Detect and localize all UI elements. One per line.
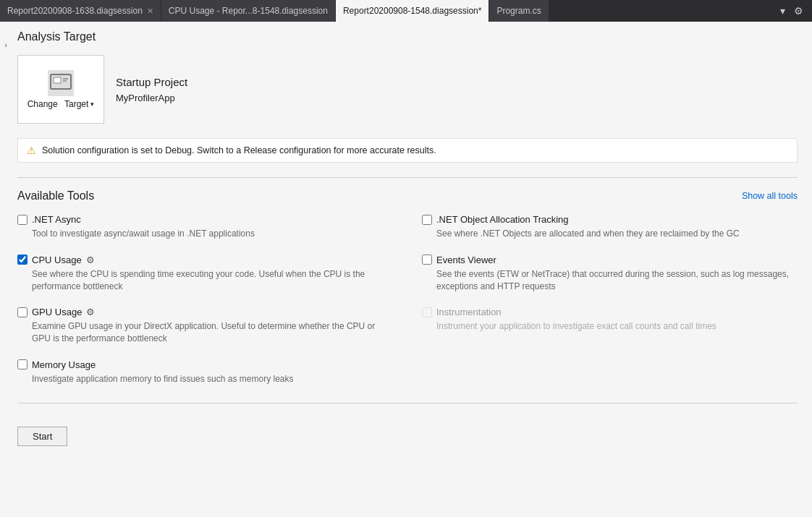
tool-header-cpu-usage: CPU Usage ⚙ [17, 255, 393, 265]
tab-program-cs[interactable]: Program.cs [489, 0, 549, 22]
tab-dropdown-button[interactable]: ▾ [777, 4, 788, 18]
tool-checkbox-cpu-usage[interactable] [17, 255, 28, 265]
bottom-divider [17, 403, 798, 403]
tab-label: CPU Usage - Repor...8-1548.diagsession [169, 6, 328, 16]
tool-checkbox-instrumentation[interactable] [422, 307, 432, 317]
content-area: Analysis Target Change Target ▾ St [0, 22, 812, 461]
tool-item-dotnet-async: .NET Async Tool to investigate async/awa… [17, 214, 393, 240]
tool-desc-cpu-usage: See where the CPU is spending time execu… [32, 268, 393, 293]
tool-header-dotnet-object: .NET Object Allocation Tracking [422, 214, 798, 225]
target-box: Change Target ▾ Startup Project MyProfil… [17, 55, 798, 124]
tool-desc-dotnet-async: Tool to investigate async/await usage in… [32, 228, 393, 240]
analysis-target-title: Analysis Target [17, 30, 798, 43]
tool-name-events-viewer: Events Viewer [436, 255, 496, 265]
tools-header: Available Tools Show all tools [17, 189, 798, 202]
tool-name-memory-usage: Memory Usage [32, 359, 96, 370]
svg-rect-1 [54, 77, 61, 83]
tool-desc-dotnet-object: See where .NET Objects are allocated and… [436, 228, 798, 240]
tool-item-instrumentation: Instrumentation Instrument your applicat… [422, 307, 798, 345]
tool-header-instrumentation: Instrumentation [422, 307, 798, 317]
tool-checkbox-gpu-usage[interactable] [17, 307, 28, 317]
gear-icon-gpu-usage[interactable]: ⚙ [86, 307, 95, 317]
change-target-label: Change Target ▾ [28, 99, 95, 109]
tool-desc-memory-usage: Investigate application memory to find i… [32, 373, 393, 385]
tab-diagsession-1638[interactable]: Report20200908-1638.diagsession ✕ [0, 0, 161, 22]
tool-item-memory-usage: Memory Usage Investigate application mem… [17, 359, 393, 385]
available-tools-title: Available Tools [17, 189, 94, 202]
settings-button[interactable]: ⚙ [791, 4, 806, 18]
tool-name-dotnet-object: .NET Object Allocation Tracking [436, 214, 569, 225]
change-target-icon [48, 70, 74, 96]
tool-checkbox-memory-usage[interactable] [17, 359, 28, 369]
tool-header-events-viewer: Events Viewer [422, 255, 798, 265]
gear-icon-cpu-usage[interactable]: ⚙ [86, 255, 95, 265]
tab-bar: Report20200908-1638.diagsession ✕ CPU Us… [0, 0, 812, 22]
app-name: MyProfilerApp [116, 93, 187, 103]
tool-item-cpu-usage: CPU Usage ⚙ See where the CPU is spendin… [17, 255, 393, 293]
tool-header-dotnet-async: .NET Async [17, 214, 393, 225]
tool-header-gpu-usage: GPU Usage ⚙ [17, 307, 393, 317]
warning-text: Solution configuration is set to Debug. … [42, 145, 436, 155]
tab-label: Program.cs [496, 6, 541, 16]
section-divider [17, 177, 798, 178]
tool-name-instrumentation: Instrumentation [436, 307, 502, 317]
startup-label: Startup Project [116, 76, 187, 88]
tab-label: Report20200908-1548.diagsession* [343, 6, 481, 16]
change-target-button[interactable]: Change Target ▾ [17, 55, 104, 124]
tool-desc-events-viewer: See the events (ETW or NetTrace) that oc… [436, 268, 798, 293]
tab-diagsession-1548[interactable]: Report20200908-1548.diagsession* [336, 0, 489, 22]
tool-checkbox-events-viewer[interactable] [422, 255, 432, 265]
tool-name-dotnet-async: .NET Async [32, 214, 81, 225]
main-content: › Analysis Target Change Target ▾ [0, 22, 812, 517]
show-all-tools-link[interactable]: Show all tools [742, 191, 798, 201]
tool-header-memory-usage: Memory Usage [17, 359, 393, 370]
bottom-section: Start [17, 403, 798, 446]
tool-column-empty [422, 359, 798, 385]
warning-banner: ⚠ Solution configuration is set to Debug… [17, 138, 798, 163]
dropdown-arrow-icon: ▾ [90, 101, 94, 108]
close-icon[interactable]: ✕ [147, 7, 153, 16]
tool-item-gpu-usage: GPU Usage ⚙ Examine GPU usage in your Di… [17, 307, 393, 345]
tool-checkbox-dotnet-async[interactable] [17, 215, 28, 225]
tool-name-cpu-usage: CPU Usage [32, 255, 82, 265]
tools-grid: .NET Async Tool to investigate async/awa… [17, 214, 798, 385]
warning-icon: ⚠ [27, 145, 36, 156]
tool-checkbox-dotnet-object[interactable] [422, 215, 432, 225]
start-button[interactable]: Start [17, 427, 67, 446]
target-info: Startup Project MyProfilerApp [116, 76, 187, 103]
tab-cpu-usage-report[interactable]: CPU Usage - Repor...8-1548.diagsession [161, 0, 336, 22]
tool-item-events-viewer: Events Viewer See the events (ETW or Net… [422, 255, 798, 293]
tool-desc-instrumentation: Instrument your application to investiga… [436, 320, 798, 333]
tool-desc-gpu-usage: Examine GPU usage in your DirectX applic… [32, 320, 393, 345]
collapse-arrow[interactable]: › [0, 36, 12, 54]
tab-actions: ▾ ⚙ [771, 4, 812, 18]
tool-name-gpu-usage: GPU Usage [32, 307, 82, 317]
tab-label: Report20200908-1638.diagsession [7, 6, 143, 16]
tool-item-dotnet-object: .NET Object Allocation Tracking See wher… [422, 214, 798, 240]
